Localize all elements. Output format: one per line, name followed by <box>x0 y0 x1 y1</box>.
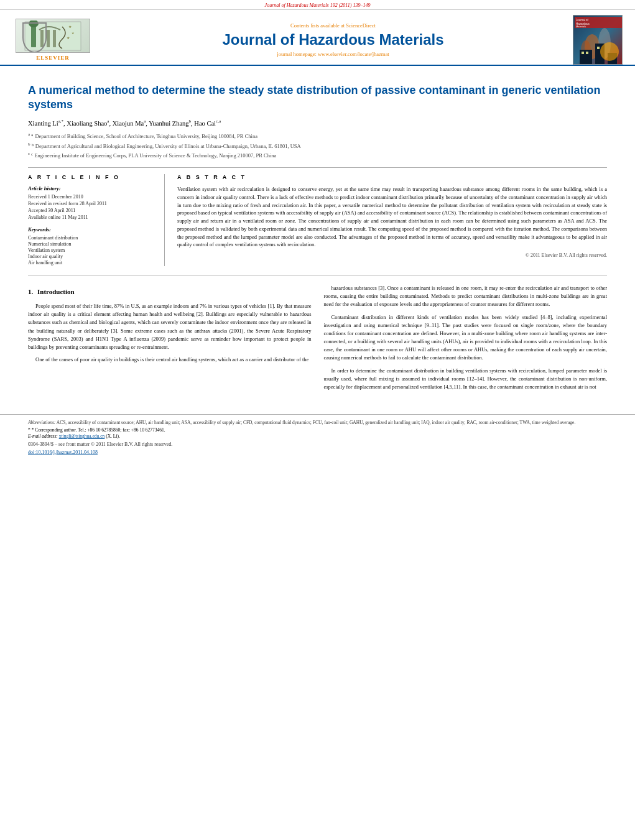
section-number: 1. <box>28 288 33 295</box>
journal-homepage: journal homepage: www.elsevier.com/locat… <box>106 51 560 57</box>
abstract-text: Ventilation system with air recirculatio… <box>177 185 607 249</box>
svg-rect-3 <box>40 30 44 47</box>
elsevier-logo: ★ ★ ★ ELSEVIER <box>12 19 93 61</box>
email-address[interactable]: xtingli@tsinghua.edu.cn <box>59 433 105 439</box>
article-title: A numerical method to determine the stea… <box>28 83 607 113</box>
kw-5: Air handling unit <box>28 260 155 265</box>
kw-4: Indoor air quality <box>28 254 155 259</box>
svg-point-2 <box>29 21 39 27</box>
intro-para-5: In order to determine the contaminant di… <box>324 367 608 392</box>
kw-1: Contaminant distribution <box>28 235 155 241</box>
tel-text: Tel.: +86 10 62785860; fax: +86 10 62773… <box>78 427 165 433</box>
svg-text:Journal of: Journal of <box>576 19 589 22</box>
doi-text: doi:10.1016/j.jhazmat.2011.04.108 <box>28 450 98 455</box>
affil-b: b ᵇ Department of Agricultural and Biolo… <box>28 141 607 150</box>
elsevier-wordmark: ELSEVIER <box>36 55 70 61</box>
intro-para-1: People spend most of their life time, 87… <box>28 302 312 351</box>
abbreviations-text: ACS, accessibility of contaminant source… <box>57 420 576 425</box>
svg-rect-18 <box>597 47 600 49</box>
svg-rect-4 <box>47 30 50 47</box>
keywords-label: Keywords: <box>28 226 155 233</box>
doi-prefix: 0304-3894/$ – see front matter © 2011 El… <box>28 441 172 447</box>
intro-heading: 1. Introduction <box>28 287 312 297</box>
kw-3: Ventilation system <box>28 247 155 253</box>
abstract-panel: A B S T R A C T Ventilation system with … <box>177 174 607 266</box>
journal-title: Journal of Hazardous Materials <box>106 31 560 48</box>
homepage-url[interactable]: www.elsevier.com/locate/jhazmat <box>318 51 389 57</box>
elsevier-logo-image: ★ ★ ★ <box>16 19 90 53</box>
corresponding-author-note: * * Corresponding author. Tel.: +86 10 6… <box>28 427 607 433</box>
abbr-label: Abbreviations: <box>28 420 55 425</box>
received-revised-date: Received in revised form 28 April 2011 <box>28 201 155 206</box>
journal-citation-bar: Journal of Hazardous Materials 192 (2011… <box>0 0 635 10</box>
email-suffix: (X. Li). <box>106 433 120 439</box>
svg-rect-14 <box>595 44 605 65</box>
doi-line: 0304-3894/$ – see front matter © 2011 El… <box>28 441 607 447</box>
affiliations: a ᵃ Department of Building Science, Scho… <box>28 131 607 160</box>
intro-para-3: hazardous substances [3]. Once a contami… <box>324 284 608 309</box>
page-footer: Abbreviations: ACS, accessibility of con… <box>0 414 635 458</box>
accepted-date: Accepted 30 April 2011 <box>28 208 155 213</box>
sciencedirect-link-text[interactable]: ScienceDirect <box>346 22 376 29</box>
kw-2: Numerical simulation <box>28 241 155 247</box>
affil-a: a ᵃ Department of Building Science, Scho… <box>28 131 607 141</box>
intro-para-4: Contaminant distribution in different ki… <box>324 313 608 362</box>
copyright: © 2011 Elsevier B.V. All rights reserved… <box>177 252 607 258</box>
body-right-col: hazardous substances [3]. Once a contami… <box>324 284 608 395</box>
svg-rect-5 <box>53 30 56 47</box>
svg-rect-16 <box>582 52 584 54</box>
journal-header: ★ ★ ★ ELSEVIER Contents lists available … <box>0 10 635 66</box>
journal-center-info: Contents lists available at ScienceDirec… <box>93 22 573 57</box>
corresponding-label: * Corresponding author. <box>32 427 77 433</box>
article-info-label: A R T I C L E I N F O <box>28 174 155 180</box>
history-label: Article history: <box>28 185 155 192</box>
body-content: 1. Introduction People spend most of the… <box>28 284 607 395</box>
authors-line: Xianting Lia,*, Xiaoliang Shaoa, Xiaojun… <box>28 119 607 127</box>
received-date: Received 1 December 2010 <box>28 194 155 200</box>
section-title: Introduction <box>37 288 75 295</box>
svg-rect-15 <box>608 53 617 65</box>
abstract-label: A B S T R A C T <box>177 174 607 180</box>
abbreviations-footnote: Abbreviations: ACS, accessibility of con… <box>28 420 607 425</box>
main-content: A numerical method to determine the stea… <box>0 66 635 408</box>
affil-c: c ᶜ Engineering Institute of Engineering… <box>28 150 607 160</box>
intro-para-2: One of the causes of poor air quality in… <box>28 356 312 364</box>
svg-text:Materials: Materials <box>576 25 586 28</box>
journal-thumbnail: Journal of Hazardous Materials <box>573 15 623 65</box>
body-left-col: 1. Introduction People spend most of the… <box>28 284 312 395</box>
section-divider <box>28 275 607 275</box>
svg-rect-17 <box>586 52 588 54</box>
email-footnote: E-mail address: xtingli@tsinghua.edu.cn … <box>28 433 607 439</box>
svg-rect-1 <box>31 24 36 47</box>
article-info-abstract: A R T I C L E I N F O Article history: R… <box>28 167 607 266</box>
available-date: Available online 11 May 2011 <box>28 215 155 220</box>
svg-text:★: ★ <box>68 25 72 29</box>
citation-text: Journal of Hazardous Materials 192 (2011… <box>265 2 371 8</box>
article-info-panel: A R T I C L E I N F O Article history: R… <box>28 174 165 266</box>
email-label: E-mail address: <box>28 433 58 439</box>
sciencedirect-line: Contents lists available at ScienceDirec… <box>106 22 560 29</box>
svg-text:★: ★ <box>67 36 70 40</box>
doi-value: doi:10.1016/j.jhazmat.2011.04.108 <box>28 450 607 455</box>
